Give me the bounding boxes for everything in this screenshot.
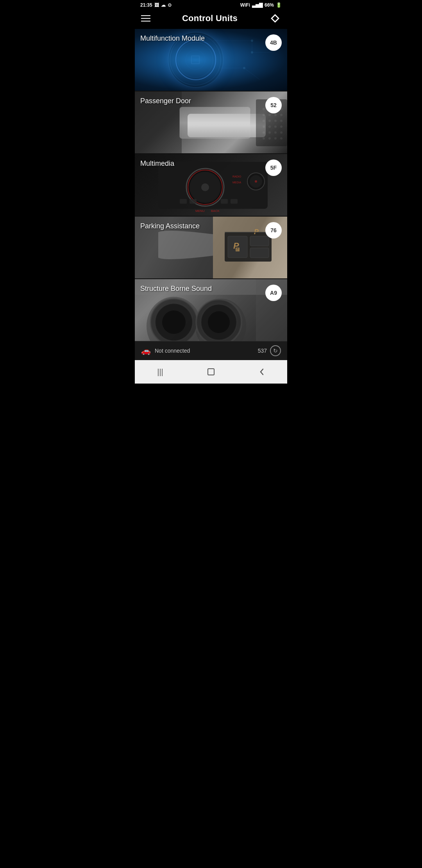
connection-status-text: Not connected: [155, 348, 190, 354]
svg-point-12: [251, 51, 253, 54]
svg-rect-56: [221, 199, 228, 204]
svg-point-30: [263, 126, 265, 128]
card-multifunction-module[interactable]: Multifunction Module 4B: [135, 29, 287, 91]
home-icon: [207, 368, 215, 376]
card-label-sound: Structure Borne Sound: [140, 285, 212, 293]
svg-rect-62: [250, 236, 269, 246]
menu-button[interactable]: [141, 15, 150, 22]
card-badge-passenger: 52: [265, 97, 282, 113]
card-label-passenger: Passenger Door: [140, 97, 191, 105]
back-icon: [257, 368, 266, 376]
svg-point-38: [263, 137, 265, 140]
card-badge-multifunction: 4B: [265, 34, 282, 51]
svg-point-13: [243, 67, 245, 69]
svg-rect-79: [208, 369, 214, 375]
status-left: 21:35 🖼 ☁ ⊙: [140, 2, 172, 8]
svg-point-33: [280, 126, 283, 128]
cloud-icon: ☁: [161, 2, 166, 8]
card-passenger-door[interactable]: Passenger Door 52: [135, 91, 287, 153]
status-bar: 21:35 🖼 ☁ ⊙ WiFi ▃▅▇ 66% 🔋: [135, 0, 287, 9]
sync-icon: ⊙: [168, 2, 172, 8]
back-button[interactable]: [255, 365, 269, 379]
sort-icon: [270, 13, 280, 23]
svg-point-26: [263, 120, 265, 122]
svg-rect-55: [190, 199, 197, 204]
connection-count-area: 537 ↻: [258, 345, 281, 356]
car-icon: 🚗: [141, 346, 151, 355]
svg-point-3: [178, 42, 213, 77]
svg-point-22: [263, 114, 265, 116]
svg-point-4: [186, 50, 205, 70]
card-structure-borne-sound[interactable]: Structure Borne Sound A9: [135, 279, 287, 341]
svg-point-36: [274, 131, 277, 134]
connection-status: 🚗 Not connected: [141, 346, 190, 355]
card-list: Multifunction Module 4B: [135, 29, 287, 341]
svg-line-10: [244, 68, 260, 80]
svg-point-45: [201, 183, 209, 191]
svg-rect-5: [191, 56, 199, 64]
svg-point-41: [280, 137, 283, 140]
time: 21:35: [140, 2, 152, 8]
svg-text:MENU: MENU: [195, 209, 205, 213]
svg-text:BACK: BACK: [211, 209, 220, 213]
svg-text:MEDIA: MEDIA: [232, 181, 241, 184]
svg-point-28: [274, 120, 277, 122]
svg-point-37: [280, 131, 283, 134]
status-right: WiFi ▃▅▇ 66% 🔋: [240, 2, 282, 8]
connection-count: 537: [258, 348, 267, 354]
android-nav-bar: |||: [135, 360, 287, 384]
svg-text:🅿: 🅿: [236, 247, 240, 252]
card-badge-multimedia: 5F: [265, 160, 282, 176]
svg-point-23: [268, 114, 271, 116]
battery: 66%: [265, 2, 274, 8]
svg-point-25: [280, 114, 283, 116]
svg-point-18: [263, 108, 265, 110]
page-title: Control Units: [182, 13, 238, 23]
svg-point-29: [280, 120, 283, 122]
card-multimedia[interactable]: MENU BACK RADIO MEDIA Multimedia 5F: [135, 154, 287, 216]
svg-point-73: [162, 310, 186, 334]
signal-icon: ▃▅▇: [252, 2, 263, 8]
svg-point-53: [255, 180, 257, 183]
card-label-multimedia: Multimedia: [140, 160, 174, 168]
svg-point-24: [274, 114, 277, 116]
svg-point-11: [251, 39, 253, 42]
card-badge-parking: 76: [265, 222, 282, 239]
card-label-multifunction: Multifunction Module: [140, 34, 205, 43]
svg-rect-54: [180, 199, 187, 204]
gallery-icon: 🖼: [154, 2, 159, 8]
svg-point-39: [268, 137, 271, 140]
battery-icon: 🔋: [276, 2, 282, 8]
header: Control Units: [135, 9, 287, 29]
svg-point-31: [268, 126, 271, 128]
svg-point-34: [263, 131, 265, 134]
recent-apps-button[interactable]: |||: [153, 365, 167, 379]
svg-rect-57: [231, 199, 238, 204]
sort-button[interactable]: [269, 13, 281, 24]
svg-point-76: [208, 311, 230, 333]
svg-point-27: [268, 120, 271, 122]
svg-point-35: [268, 131, 271, 134]
svg-rect-63: [250, 248, 269, 258]
card-label-parking: Parking Assistance: [140, 222, 200, 230]
svg-text:RADIO: RADIO: [232, 175, 241, 178]
svg-point-32: [274, 126, 277, 128]
refresh-button[interactable]: ↻: [270, 345, 281, 356]
svg-rect-16: [180, 107, 250, 138]
wifi-icon: WiFi: [240, 2, 250, 8]
svg-point-40: [274, 137, 277, 140]
bottom-status-bar: 🚗 Not connected 537 ↻: [135, 341, 287, 360]
card-badge-sound: A9: [265, 285, 282, 301]
home-button[interactable]: [204, 365, 218, 379]
card-parking-assistance[interactable]: P 🅿 P Parking Assistance 76: [135, 217, 287, 278]
